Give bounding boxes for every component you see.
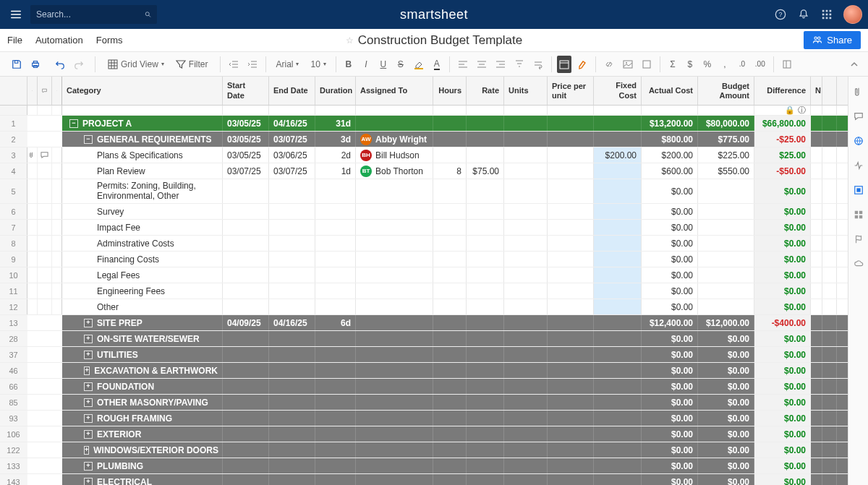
- cell-start[interactable]: [223, 395, 269, 410]
- proof-panel-icon[interactable]: [852, 184, 865, 197]
- cell-proof[interactable]: [52, 474, 62, 485]
- cell-attach[interactable]: [27, 347, 38, 362]
- cell-attach[interactable]: [27, 442, 38, 458]
- cell-fixed[interactable]: [594, 179, 642, 203]
- cell-n[interactable]: [811, 347, 822, 362]
- cell-fixed[interactable]: [594, 363, 642, 378]
- row-index[interactable]: 37: [0, 347, 27, 362]
- header-rate[interactable]: Rate: [467, 77, 504, 105]
- cell-assigned[interactable]: [356, 315, 433, 330]
- cell-proof[interactable]: [52, 204, 62, 219]
- cell-proof[interactable]: [52, 395, 62, 410]
- cell-category[interactable]: Plan Review: [62, 163, 223, 179]
- toggle-icon[interactable]: +: [84, 351, 93, 359]
- cell-start[interactable]: 03/07/25: [223, 163, 269, 179]
- table-row[interactable]: 122+WINDOWS/EXTERIOR DOORS$0.00$0.00$0.0…: [0, 442, 848, 458]
- cell-cb[interactable]: [822, 363, 837, 378]
- cell-proof[interactable]: [52, 132, 62, 147]
- cell-units[interactable]: [504, 163, 548, 179]
- decrease-decimal-icon[interactable]: .0: [735, 56, 749, 73]
- row-index[interactable]: 106: [0, 426, 27, 442]
- rownum-header[interactable]: [0, 77, 27, 105]
- cell-diff[interactable]: $0.00: [754, 347, 811, 362]
- lock-columns-icon[interactable]: [779, 56, 795, 73]
- cell-assigned[interactable]: [356, 204, 433, 219]
- cell-end[interactable]: [269, 474, 315, 485]
- toggle-icon[interactable]: +: [84, 366, 90, 375]
- cell-start[interactable]: 04/09/25: [223, 315, 269, 330]
- print-icon[interactable]: [27, 56, 43, 73]
- cell-hours[interactable]: [433, 474, 467, 485]
- cell-cb[interactable]: [822, 474, 837, 485]
- cell-diff[interactable]: $25.00: [754, 147, 811, 163]
- cell-units[interactable]: [504, 220, 548, 235]
- row-index[interactable]: 28: [0, 331, 27, 346]
- cell-fixed[interactable]: [594, 458, 642, 473]
- cell-proof[interactable]: [52, 116, 62, 131]
- cell-diff[interactable]: $0.00: [754, 442, 811, 458]
- cell-duration[interactable]: [315, 363, 356, 378]
- cell-comment[interactable]: [38, 347, 52, 362]
- cell-assigned[interactable]: [356, 442, 433, 458]
- cell-rate[interactable]: [467, 267, 504, 283]
- date-format-icon[interactable]: [557, 56, 571, 73]
- help-icon[interactable]: ?: [774, 8, 787, 21]
- cell-comment[interactable]: [38, 236, 52, 251]
- cell-ppu[interactable]: [548, 236, 594, 251]
- cell-proof[interactable]: [52, 299, 62, 314]
- cell-assigned[interactable]: [356, 252, 433, 267]
- cell-proof[interactable]: [52, 252, 62, 267]
- cell-ppu[interactable]: [548, 347, 594, 362]
- cell-budget[interactable]: $0.00: [698, 379, 754, 394]
- align-center-icon[interactable]: [474, 56, 490, 73]
- cell-comment[interactable]: [38, 283, 52, 299]
- wrap-icon[interactable]: [530, 56, 546, 73]
- cell-ppu[interactable]: [548, 363, 594, 378]
- header-diff[interactable]: Difference: [754, 77, 811, 105]
- strike-icon[interactable]: S: [393, 56, 408, 73]
- cell-attach[interactable]: [27, 299, 38, 314]
- cell-actual[interactable]: $0.00: [642, 442, 698, 458]
- row-index[interactable]: 1: [0, 116, 27, 131]
- cell-rate[interactable]: [467, 283, 504, 299]
- cell-budget[interactable]: $0.00: [698, 411, 754, 426]
- row-index[interactable]: 9: [0, 252, 27, 267]
- cell-cb[interactable]: [822, 299, 837, 314]
- cell-end[interactable]: [269, 395, 315, 410]
- cell-hours[interactable]: [433, 204, 467, 219]
- cell-attach[interactable]: [27, 116, 38, 131]
- cell-assigned[interactable]: [356, 395, 433, 410]
- cell-start[interactable]: [223, 363, 269, 378]
- cell-cb[interactable]: [822, 267, 837, 283]
- cell-ppu[interactable]: [548, 204, 594, 219]
- cell-rate[interactable]: [467, 204, 504, 219]
- cell-actual[interactable]: $0.00: [642, 331, 698, 346]
- cell-rate[interactable]: [467, 147, 504, 163]
- cell-category[interactable]: +ON-SITE WATER/SEWER: [62, 331, 223, 346]
- cell-units[interactable]: [504, 252, 548, 267]
- cell-diff[interactable]: $0.00: [754, 474, 811, 485]
- row-index[interactable]: 4: [0, 163, 27, 179]
- header-budget[interactable]: Budget Amount: [698, 77, 754, 105]
- cell-n[interactable]: [811, 379, 822, 394]
- cell-category[interactable]: +WINDOWS/EXTERIOR DOORS: [62, 442, 223, 458]
- cell-rate[interactable]: [467, 220, 504, 235]
- cell-comment[interactable]: [38, 363, 52, 378]
- cell-end[interactable]: [269, 252, 315, 267]
- cell-attach[interactable]: [27, 267, 38, 283]
- cell-ppu[interactable]: [548, 474, 594, 485]
- row-index[interactable]: 8: [0, 236, 27, 251]
- cell-attach[interactable]: [27, 283, 38, 299]
- cell-cb[interactable]: [822, 179, 837, 203]
- bold-icon[interactable]: B: [341, 56, 356, 73]
- cell-attach[interactable]: [27, 252, 38, 267]
- table-row[interactable]: 133+PLUMBING$0.00$0.00$0.00: [0, 458, 848, 474]
- cell-proof[interactable]: [52, 236, 62, 251]
- table-row[interactable]: 66+FOUNDATION$0.00$0.00$0.00: [0, 379, 848, 395]
- cell-diff[interactable]: $0.00: [754, 283, 811, 299]
- row-index[interactable]: 46: [0, 363, 27, 378]
- cell-actual[interactable]: $0.00: [642, 474, 698, 485]
- cell-actual[interactable]: $0.00: [642, 179, 698, 203]
- cell-cb[interactable]: [822, 116, 837, 131]
- row-index[interactable]: 143: [0, 474, 27, 485]
